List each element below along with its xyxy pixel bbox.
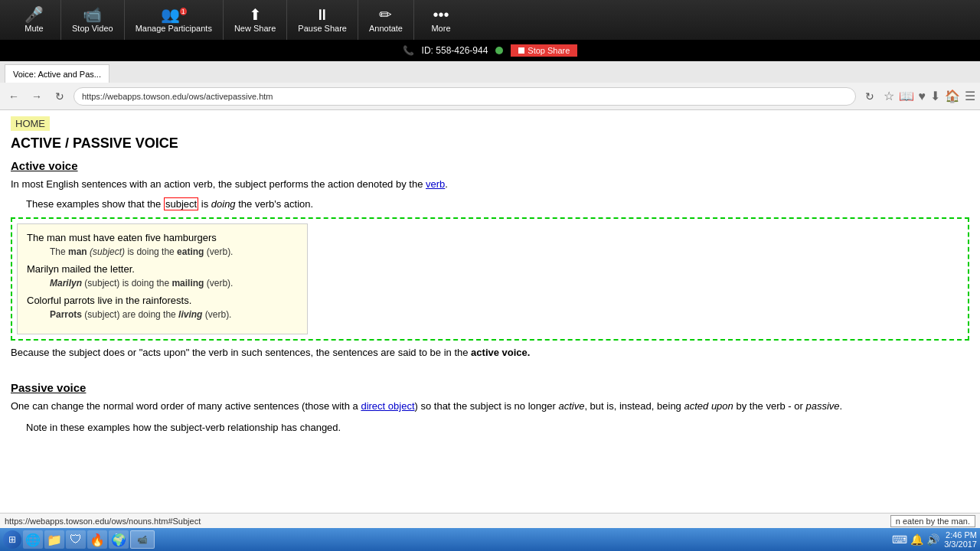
- taskbar-system-icons: ⌨ 🔔 🔊: [892, 533, 939, 546]
- share-status-dot: [495, 47, 503, 54]
- examples-intro-before: These examples show that the: [26, 198, 161, 210]
- example-box: The man must have eaten five hamburgers …: [17, 223, 308, 334]
- new-share-label: New Share: [234, 24, 276, 33]
- pause-share-button[interactable]: ⏸ Pause Share: [287, 0, 358, 40]
- doing-text: doing: [211, 198, 236, 210]
- examples-intro-end: the verb's action.: [238, 198, 313, 210]
- taskbar-zoom-app[interactable]: 📹: [130, 530, 155, 549]
- browser-toolbar-icons: ☆ 📖 ♥ ⬇ 🏠 ☰: [884, 89, 976, 103]
- passive-voice-para2: Note in these examples how the subject-v…: [26, 420, 969, 435]
- example-explanation-3: Parrots (subject) are doing the living (…: [50, 309, 298, 320]
- browser-tab[interactable]: Voice: Active and Pas...: [5, 64, 109, 83]
- stop-video-icon: 📹: [83, 7, 102, 22]
- new-share-button[interactable]: ⬆ New Share: [224, 0, 287, 40]
- example-sentence-2: Marilyn mailed the letter.: [27, 263, 298, 275]
- status-tooltip: n eaten by the man.: [890, 515, 975, 527]
- active-voice-intro: In most English sentences with an action…: [11, 177, 969, 192]
- more-button[interactable]: ••• More: [414, 0, 468, 40]
- back-button[interactable]: ←: [5, 87, 23, 106]
- manage-participants-label: Manage Participants: [136, 24, 212, 33]
- taskbar: ⊞ 🌐 📁 🛡 🔥 🌍 📹 ⌨ 🔔 🔊 2:46 PM 3/3/2017: [0, 528, 980, 551]
- pause-share-icon: ⏸: [315, 7, 330, 22]
- time-display: 2:46 PM: [944, 530, 977, 540]
- share-id: ID: 558-426-944: [422, 45, 488, 56]
- example-sentence-3: Colorful parrots live in the rainforests…: [27, 295, 298, 306]
- mute-label: Mute: [24, 24, 43, 33]
- passive-voice-heading: Passive voice: [11, 381, 969, 394]
- example-box-wrapper: The man must have eaten five hamburgers …: [11, 217, 969, 341]
- start-button[interactable]: ⊞: [3, 530, 21, 549]
- stop-video-label: Stop Video: [72, 24, 113, 33]
- content-area: HOME ACTIVE / PASSIVE VOICE Active voice…: [0, 110, 980, 513]
- example-explanation-2: Marilyn (subject) is doing the mailing (…: [50, 278, 298, 289]
- more-icon: •••: [433, 7, 449, 22]
- zoom-taskbar-icon: 📹: [137, 535, 148, 545]
- active-voice-note: Because the subject does or "acts upon" …: [11, 347, 969, 358]
- taskbar-time: 2:46 PM 3/3/2017: [944, 530, 977, 549]
- direct-object-link[interactable]: direct object: [361, 400, 414, 412]
- intro-end: .: [445, 178, 448, 190]
- mute-icon: 🎤: [24, 7, 44, 22]
- refresh-icon-btn[interactable]: ↻: [861, 87, 879, 106]
- tab-title: Voice: Active and Pas...: [13, 70, 101, 79]
- new-share-icon: ⬆: [249, 7, 262, 22]
- taskbar-chrome-button[interactable]: 🌍: [109, 530, 129, 549]
- download-icon[interactable]: ⬇: [930, 89, 940, 103]
- verb-link[interactable]: verb: [426, 178, 445, 190]
- taskbar-firefox-button[interactable]: 🔥: [87, 530, 107, 549]
- manage-participants-button[interactable]: 👥1 Manage Participants: [125, 0, 224, 40]
- zoom-toolbar: 🎤 Mute 📹 Stop Video 👥1 Manage Participan…: [0, 0, 980, 40]
- menu-icon[interactable]: ☰: [965, 89, 975, 103]
- home-browser-icon[interactable]: 🏠: [945, 89, 960, 103]
- example-explanation-1: The man (subject) is doing the eating (v…: [50, 246, 298, 257]
- keyboard-icon: ⌨: [892, 533, 907, 546]
- passive-voice-para1: One can change the normal word order of …: [11, 399, 969, 414]
- phone-icon: 📞: [403, 45, 414, 56]
- example-sentence-1: The man must have eaten five hamburgers: [27, 232, 298, 243]
- refresh-button[interactable]: ↻: [51, 87, 69, 106]
- mute-button[interactable]: 🎤 Mute: [8, 0, 61, 40]
- more-label: More: [431, 24, 450, 33]
- taskbar-security-button[interactable]: 🛡: [66, 530, 86, 549]
- stop-square-icon: [518, 47, 524, 54]
- participants-icon: 👥1: [161, 7, 187, 22]
- reading-view-icon[interactable]: 📖: [899, 89, 914, 103]
- active-voice-heading: Active voice: [11, 159, 969, 172]
- network-icon: 🔔: [910, 533, 923, 546]
- annotate-button[interactable]: ✏ Annotate: [358, 0, 414, 40]
- examples-intro: These examples show that the subject is …: [26, 197, 969, 212]
- volume-icon: 🔊: [926, 533, 939, 546]
- taskbar-ie-button[interactable]: 🌐: [23, 530, 43, 549]
- date-display: 3/3/2017: [944, 540, 977, 549]
- tab-bar: Voice: Active and Pas...: [0, 61, 980, 83]
- status-url: https://webapps.towson.edu/ows/nouns.htm…: [5, 517, 887, 526]
- favorites-icon[interactable]: ♥: [919, 90, 926, 103]
- status-bar: https://webapps.towson.edu/ows/nouns.htm…: [0, 513, 980, 528]
- annotate-label: Annotate: [369, 24, 403, 33]
- annotate-icon: ✏: [379, 7, 392, 22]
- address-bar[interactable]: [74, 87, 856, 106]
- stop-share-button[interactable]: Stop Share: [511, 44, 577, 57]
- stop-video-button[interactable]: 📹 Stop Video: [61, 0, 125, 40]
- browser-chrome: ← → ↻ ↻ ☆ 📖 ♥ ⬇ 🏠 ☰: [0, 83, 980, 110]
- forward-button[interactable]: →: [28, 87, 46, 106]
- star-icon[interactable]: ☆: [884, 89, 894, 103]
- pause-share-label: Pause Share: [298, 24, 347, 33]
- page-title: ACTIVE / PASSIVE VOICE: [11, 135, 969, 152]
- taskbar-right: ⌨ 🔔 🔊 2:46 PM 3/3/2017: [892, 530, 977, 549]
- taskbar-explorer-button[interactable]: 📁: [44, 530, 64, 549]
- share-bar: 📞 ID: 558-426-944 Stop Share: [0, 40, 980, 61]
- home-link[interactable]: HOME: [11, 116, 50, 131]
- subject-highlight: subject: [164, 197, 198, 210]
- intro-text: In most English sentences with an action…: [11, 178, 423, 190]
- examples-intro-is: is: [201, 198, 211, 210]
- stop-share-label: Stop Share: [528, 46, 570, 55]
